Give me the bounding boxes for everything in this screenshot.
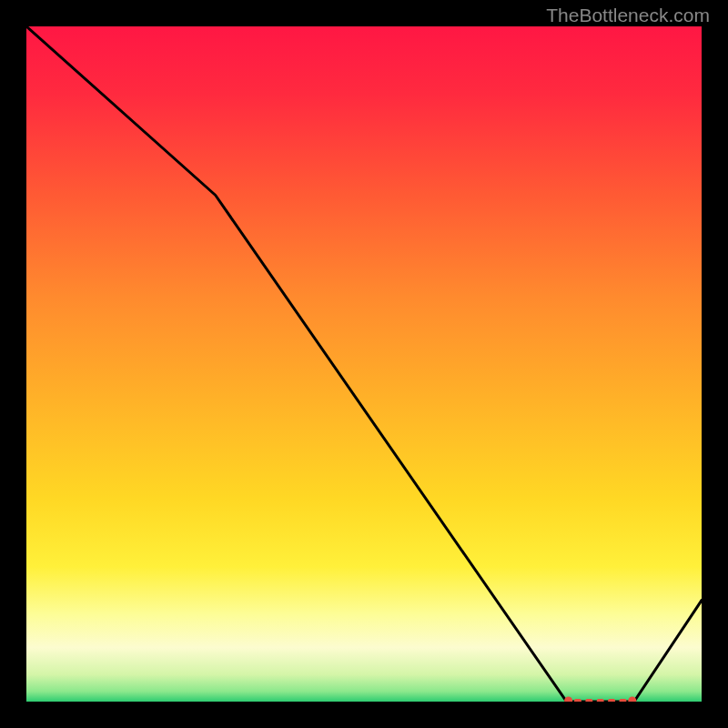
plot-area [26,26,702,702]
svg-point-2 [628,697,636,703]
svg-rect-4 [585,699,592,702]
bottleneck-line [26,26,702,702]
svg-point-1 [564,697,572,703]
svg-rect-5 [597,699,604,702]
svg-rect-3 [574,699,581,702]
svg-rect-7 [619,699,626,702]
chart-container: TheBottleneck.com [0,0,728,728]
optimal-markers [564,697,636,703]
svg-rect-6 [608,699,615,702]
chart-svg [26,26,702,702]
watermark-text: TheBottleneck.com [546,5,710,26]
